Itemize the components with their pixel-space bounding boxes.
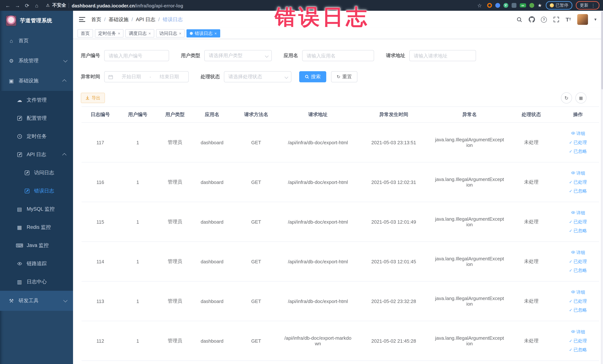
exception-time-range-picker[interactable]: 开始日期 - 结束日期: [104, 71, 189, 82]
ext-orange-ring-icon[interactable]: [487, 3, 492, 8]
app-logo[interactable]: 芋道管理系统: [0, 11, 73, 31]
sidebar-item-首页[interactable]: ⌂首页: [0, 31, 73, 51]
browser-update-badge[interactable]: 更新 ⋮: [576, 1, 600, 10]
app-name-input[interactable]: [302, 50, 374, 61]
font-size-icon[interactable]: TT: [565, 16, 572, 23]
ext-leaf-icon[interactable]: [529, 3, 534, 8]
reset-button[interactable]: ↻ 重置: [331, 71, 357, 82]
action-详细-link[interactable]: 详细: [571, 289, 585, 295]
sidebar-item-链路追踪[interactable]: 链路追踪: [0, 254, 73, 273]
search-icon[interactable]: [516, 16, 523, 23]
sidebar-item-Java 监控[interactable]: ⌨Java 监控: [0, 236, 73, 254]
tab-close-icon[interactable]: ×: [179, 31, 182, 35]
breadcrumb-item[interactable]: API 日志: [136, 16, 155, 23]
action-已处理-link[interactable]: ✓已处理: [569, 338, 587, 344]
action-已忽略-link[interactable]: ✓已忽略: [569, 227, 587, 234]
ext-vue-devtools-icon[interactable]: V: [503, 3, 508, 8]
user-id-input[interactable]: [104, 50, 169, 61]
ext-grid-icon[interactable]: [511, 3, 516, 8]
browser-chrome: ← → ⟳ ⌂ ⚠ 不安全 dashboard.yudao.iocoder.cn…: [0, 0, 603, 11]
request-url-input[interactable]: [409, 50, 476, 61]
tab-close-icon[interactable]: ×: [149, 31, 151, 35]
sidebar-item-配置管理[interactable]: 配置管理: [0, 109, 73, 127]
security-warning-icon[interactable]: ⚠: [46, 3, 50, 8]
user-avatar[interactable]: [577, 14, 588, 25]
sidebar-item-Redis 监控[interactable]: ▦Redis 监控: [0, 218, 73, 236]
action-已处理-link[interactable]: ✓已处理: [569, 179, 587, 185]
search-button[interactable]: 搜索: [299, 71, 326, 82]
tab-调度日志[interactable]: 调度日志×: [126, 29, 154, 37]
sidebar-item-label: Redis 监控: [27, 224, 51, 231]
action-已忽略-link[interactable]: ✓已忽略: [569, 188, 587, 194]
action-已处理-link[interactable]: ✓已处理: [569, 219, 587, 225]
scrollbar-thumb[interactable]: [601, 12, 603, 89]
action-已处理-link[interactable]: ✓已处理: [569, 298, 587, 304]
cell-app: dashboard: [194, 281, 231, 321]
action-详细-link[interactable]: 详细: [571, 210, 585, 216]
reload-icon[interactable]: ⟳: [23, 2, 31, 8]
export-button[interactable]: 导出: [81, 93, 105, 103]
breadcrumb-item[interactable]: 首页: [91, 16, 101, 23]
collapse-menu-icon[interactable]: [79, 17, 85, 22]
bookmark-star-icon[interactable]: ☆: [475, 2, 484, 8]
tab-访问日志[interactable]: 访问日志×: [156, 29, 185, 37]
tools-icon: ⚒: [8, 298, 14, 304]
sidebar-item-错误日志[interactable]: 错误日志: [0, 182, 73, 200]
cell-app: dashboard: [194, 202, 231, 242]
sidebar-item-API 日志[interactable]: API 日志: [0, 145, 73, 164]
tab-close-icon[interactable]: ×: [118, 31, 120, 35]
github-icon[interactable]: [528, 16, 535, 23]
forward-icon[interactable]: →: [13, 2, 22, 8]
sidebar-item-访问日志[interactable]: 访问日志: [0, 164, 73, 182]
chevron-down-icon: [285, 75, 288, 79]
tab-close-icon[interactable]: ×: [214, 31, 217, 35]
action-详细-link[interactable]: 详细: [571, 130, 585, 137]
ext-puzzle-icon[interactable]: ★: [537, 3, 542, 8]
check-icon: ✓: [569, 338, 572, 343]
refresh-table-button[interactable]: ↻: [561, 92, 572, 104]
ext-switch-on-icon[interactable]: on: [520, 3, 526, 7]
ext-blue-drop-icon[interactable]: [495, 3, 500, 8]
tags-view-bar: 首页定时任务×调度日志×访问日志×错误日志×: [73, 28, 603, 39]
user-id-label: 用户编号: [81, 52, 100, 59]
action-详细-link[interactable]: 详细: [571, 329, 585, 335]
browser-menu-icon[interactable]: ⋮: [591, 3, 595, 8]
column-settings-button[interactable]: ▦: [575, 92, 587, 104]
tab-首页[interactable]: 首页: [78, 29, 93, 37]
action-已忽略-link[interactable]: ✓已忽略: [569, 267, 587, 273]
sidebar-item-定时任务[interactable]: 定时任务: [0, 127, 73, 145]
edit-icon: [16, 152, 23, 157]
tab-定时任务[interactable]: 定时任务×: [95, 29, 124, 37]
action-已忽略-link[interactable]: ✓已忽略: [569, 307, 587, 313]
sidebar-item-基础设施[interactable]: ▣基础设施: [0, 71, 73, 91]
sidebar-item-MySQL 监控[interactable]: ▤MySQL 监控: [0, 200, 73, 218]
paused-extension-badge[interactable]: 已暂停: [545, 1, 572, 10]
window-scrollbar[interactable]: [601, 11, 603, 364]
user-type-select[interactable]: 请选择用户类型: [204, 50, 272, 61]
action-已忽略-link[interactable]: ✓已忽略: [569, 347, 587, 353]
cell-status: 未处理: [506, 123, 557, 162]
sidebar-item-系统管理[interactable]: ⚙系统管理: [0, 51, 73, 71]
back-icon[interactable]: ←: [4, 2, 12, 8]
security-label: 不安全: [52, 2, 66, 9]
cell-time: 2021-05-03 12:02:31: [354, 162, 433, 202]
fullscreen-icon[interactable]: [553, 16, 559, 23]
user-menu-caret-icon[interactable]: ▼: [593, 17, 597, 22]
process-status-select[interactable]: 请选择处理状态: [224, 71, 291, 82]
browser-home-icon[interactable]: ⌂: [33, 2, 41, 8]
update-badge-label: 更新: [580, 3, 588, 8]
action-已处理-link[interactable]: ✓已处理: [569, 139, 587, 146]
sidebar-item-研发工具[interactable]: ⚒研发工具: [0, 291, 73, 311]
action-已忽略-link[interactable]: ✓已忽略: [569, 148, 587, 154]
tab-错误日志[interactable]: 错误日志×: [187, 29, 220, 37]
sidebar-item-日志中心[interactable]: ▥日志中心: [0, 273, 73, 291]
action-已处理-link[interactable]: ✓已处理: [569, 258, 587, 265]
sidebar-item-文件管理[interactable]: ☁文件管理: [0, 91, 73, 109]
action-详细-link[interactable]: 详细: [571, 249, 585, 256]
action-详细-link[interactable]: 详细: [571, 170, 585, 176]
address-bar[interactable]: ⚠ 不安全 dashboard.yudao.iocoder.cn/infra/l…: [46, 2, 474, 9]
sidebar-item-label: 错误日志: [34, 188, 54, 194]
help-icon[interactable]: ?: [541, 16, 547, 23]
breadcrumb-item[interactable]: 基础设施: [109, 16, 129, 23]
breadcrumb-item[interactable]: 错误日志: [163, 16, 183, 23]
